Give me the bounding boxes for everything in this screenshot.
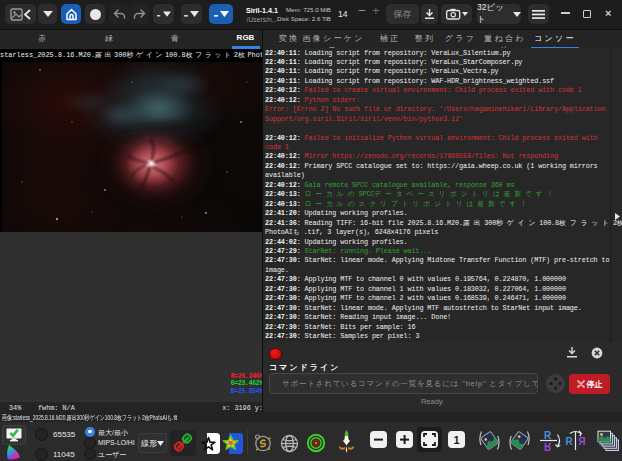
svg-text:R: R [544, 430, 552, 441]
svg-text:R: R [578, 436, 586, 447]
svg-text:R: R [566, 436, 574, 447]
svg-text:R: R [544, 441, 552, 452]
